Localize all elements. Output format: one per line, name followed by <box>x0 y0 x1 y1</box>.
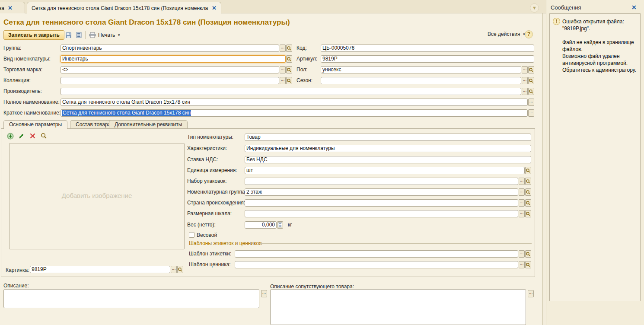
characteristics-field[interactable]: Индивидуальные для номенклатуры <box>245 145 531 152</box>
warning-icon: ! <box>553 18 560 25</box>
country-label: Страна происхождения: <box>187 199 245 207</box>
season-field[interactable] <box>321 77 521 84</box>
weight-field[interactable]: 0,000 <box>245 221 277 229</box>
view-image-icon[interactable] <box>40 132 48 140</box>
close-icon[interactable]: ✕ <box>8 5 13 11</box>
country-search-button[interactable] <box>525 199 531 207</box>
help-button[interactable]: ? <box>525 30 533 38</box>
label-template-field[interactable] <box>235 250 518 258</box>
kind-search-button[interactable] <box>286 55 292 63</box>
gender-ellipsis-button[interactable] <box>522 66 528 73</box>
messages-panel: Сообщения ✕ ! Ошибка открытия файла: "98… <box>546 0 644 325</box>
message-spacer <box>562 32 637 39</box>
season-search-button[interactable] <box>528 77 534 84</box>
picture-field[interactable]: 9819P <box>30 266 170 273</box>
fullname-ellipsis-button[interactable] <box>528 99 534 106</box>
unit-label: Единица измерения: <box>187 167 237 174</box>
description-ellipsis-button[interactable] <box>261 290 267 297</box>
close-icon[interactable]: ✕ <box>212 5 217 11</box>
sizescale-ellipsis-button[interactable] <box>519 210 525 217</box>
characteristics-label: Характеристики: <box>187 145 227 152</box>
trademark-field[interactable]: <> <box>61 66 279 73</box>
packages-field[interactable] <box>245 178 518 185</box>
price-template-search-button[interactable] <box>525 261 531 268</box>
error-line: Файл не найден в хранилище файлов. <box>562 39 637 53</box>
manufacturer-field[interactable] <box>61 88 521 95</box>
price-template-field[interactable] <box>235 261 518 268</box>
save-icon[interactable] <box>64 31 73 39</box>
save-and-close-button[interactable]: Записать и закрыть <box>3 30 64 40</box>
tab-main-parameters[interactable]: Основные параметры <box>3 120 67 129</box>
description-textarea[interactable] <box>3 289 259 308</box>
shortname-field[interactable]: Сетка для теннисного стола Giant Dracon … <box>61 109 528 117</box>
fullname-field[interactable]: Сетка для теннисного стола Giant Dracon … <box>61 99 528 106</box>
label-template-search-button[interactable] <box>525 250 531 258</box>
window-tab-current[interactable]: Сетка для теннисного стола Giant Dracon … <box>27 2 221 14</box>
nomgroup-search-button[interactable] <box>525 188 531 196</box>
messages-list: ! Ошибка открытия файла: "9819P.jpg". Фа… <box>549 13 641 301</box>
article-field[interactable]: 9819P <box>321 55 534 63</box>
edit-image-icon[interactable] <box>18 132 25 140</box>
delete-image-icon[interactable] <box>29 132 36 140</box>
nomgroup-ellipsis-button[interactable] <box>519 188 525 196</box>
tab-list-dropdown-icon[interactable]: ▼ <box>530 3 539 13</box>
label-template-label: Шаблон этикетки: <box>189 250 231 258</box>
code-field[interactable]: ЦБ-00005076 <box>321 45 534 52</box>
group-field[interactable]: Спортинвентарь <box>61 45 279 52</box>
chevron-down-icon: ▼ <box>117 33 121 37</box>
price-template-ellipsis-button[interactable] <box>519 261 525 268</box>
error-line: Возможно файл удален антивирусной програ… <box>562 53 637 67</box>
packages-ellipsis-button[interactable] <box>519 178 525 185</box>
window-tab-previous[interactable]: ва ✕ <box>0 2 25 14</box>
collection-field[interactable] <box>61 77 279 84</box>
group-ellipsis-button[interactable] <box>280 45 286 52</box>
trademark-search-button[interactable] <box>286 66 292 73</box>
all-actions-button[interactable]: Все действия ▼ <box>488 31 526 37</box>
print-menu-button[interactable]: Печать ▼ <box>89 31 121 39</box>
related-description-ellipsis-button[interactable] <box>528 290 534 297</box>
manufacturer-ellipsis-button[interactable] <box>522 88 528 95</box>
description-label: Описание: <box>3 282 29 290</box>
type-label: Тип номенклатуры: <box>187 134 233 141</box>
tab-additional-attributes[interactable]: Дополнительные реквизиты <box>109 120 188 128</box>
toolbar-separator <box>85 31 86 39</box>
collection-label: Коллекция: <box>3 77 31 84</box>
country-field[interactable] <box>245 199 518 207</box>
packages-search-button[interactable] <box>525 178 531 185</box>
show-in-list-icon[interactable] <box>74 31 83 39</box>
manufacturer-search-button[interactable] <box>528 88 534 95</box>
collection-search-button[interactable] <box>286 77 292 84</box>
weight-label: Вес (нетто): <box>187 221 216 229</box>
season-ellipsis-button[interactable] <box>522 77 528 84</box>
gender-field[interactable]: унисекс <box>321 66 521 73</box>
picture-search-button[interactable] <box>177 266 183 273</box>
label-template-ellipsis-button[interactable] <box>519 250 525 258</box>
related-description-textarea[interactable] <box>270 289 526 325</box>
nomgroup-field[interactable]: 2 этаж <box>245 188 518 196</box>
gender-label: Пол: <box>296 66 307 73</box>
vat-field[interactable]: Без НДС <box>245 156 531 163</box>
shortname-label: Краткое наименование: <box>3 109 61 117</box>
unit-field[interactable]: шт <box>245 167 525 174</box>
close-icon[interactable]: ✕ <box>631 4 637 11</box>
trademark-ellipsis-button[interactable] <box>280 66 286 73</box>
country-ellipsis-button[interactable] <box>519 199 525 207</box>
add-image-icon[interactable] <box>6 132 14 140</box>
manufacturer-label: Производитель: <box>3 88 42 95</box>
type-field[interactable]: Товар <box>245 134 531 141</box>
picture-ellipsis-button[interactable] <box>171 266 177 273</box>
error-line: Обратитесь к администратору. <box>562 67 637 73</box>
group-search-button[interactable] <box>286 45 292 52</box>
kind-field[interactable]: Инвентарь <box>61 55 286 63</box>
shortname-ellipsis-button[interactable] <box>528 109 534 117</box>
templates-section-title: Шаблоны этикеток и ценников <box>189 240 262 246</box>
sizescale-search-button[interactable] <box>525 210 531 217</box>
sizescale-field[interactable] <box>245 210 518 217</box>
gender-search-button[interactable] <box>528 66 534 73</box>
unit-search-button[interactable] <box>525 167 531 174</box>
calculator-icon[interactable] <box>277 221 283 229</box>
packages-label: Набор упаковок: <box>187 178 227 185</box>
weighted-checkbox[interactable] <box>189 232 194 238</box>
product-image-area[interactable]: Добавить изображение <box>9 143 185 249</box>
collection-ellipsis-button[interactable] <box>280 77 286 84</box>
